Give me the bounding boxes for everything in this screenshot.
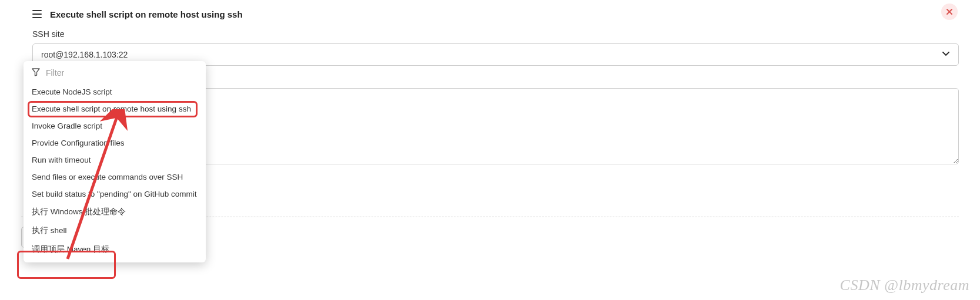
ssh-site-value: root@192.168.1.103:22 (41, 50, 128, 59)
watermark: CSDN @lbmydream (840, 277, 969, 294)
dropdown-item[interactable]: Set build status to "pending" on GitHub … (24, 186, 206, 203)
dropdown-item[interactable]: Execute NodeJS script (24, 83, 206, 100)
filter-icon (32, 68, 41, 77)
filter-row (24, 65, 206, 83)
drag-handle-icon[interactable] (32, 10, 43, 18)
section-header: Execute shell script on remote host usin… (32, 6, 959, 22)
dropdown-item[interactable]: Provide Configuration files (24, 134, 206, 151)
close-icon[interactable] (941, 4, 958, 20)
section-title: Execute shell script on remote host usin… (50, 9, 243, 19)
dropdown-item[interactable]: Invoke Gradle script (24, 117, 206, 134)
ssh-site-label: SSH site (32, 29, 959, 39)
dropdown-item[interactable]: Run with timeout (24, 151, 206, 168)
dropdown-item[interactable]: 执行 shell (24, 221, 206, 240)
build-step-dropdown: Execute NodeJS scriptExecute shell scrip… (24, 61, 206, 262)
chevron-down-icon (942, 50, 950, 59)
dropdown-item[interactable]: Send files or execute commands over SSH (24, 168, 206, 186)
dropdown-item[interactable]: 执行 Windows 批处理命令 (24, 203, 206, 221)
filter-input[interactable] (46, 68, 198, 77)
dropdown-item[interactable]: Execute shell script on remote host usin… (24, 100, 206, 117)
dropdown-item[interactable]: 调用顶层 Maven 目标 (24, 240, 206, 259)
